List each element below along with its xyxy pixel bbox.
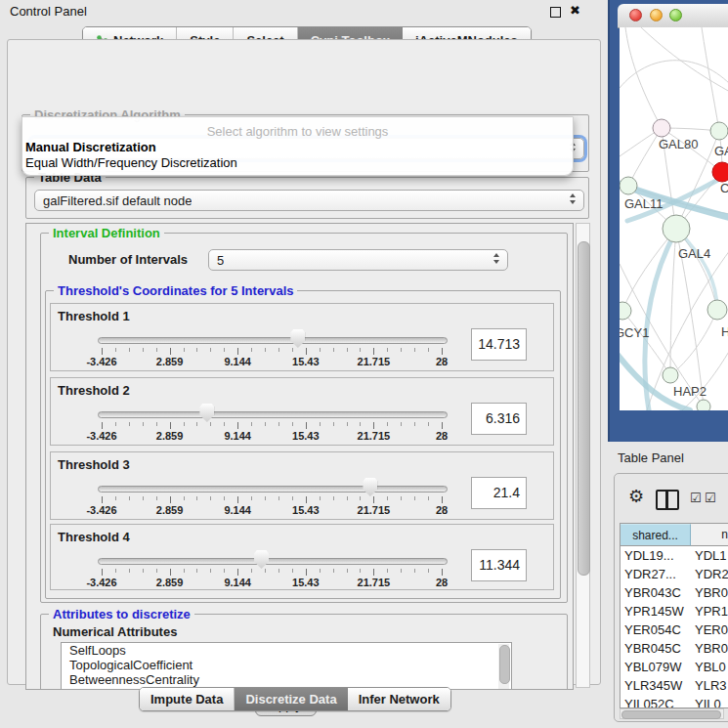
tick-mark bbox=[265, 569, 266, 573]
tick-mark bbox=[196, 569, 197, 573]
threshold-slider-track[interactable] bbox=[98, 411, 448, 418]
threshold-slider-thumb[interactable] bbox=[363, 478, 377, 496]
table-row[interactable]: YBR045CYBR0 bbox=[621, 639, 728, 658]
split-columns-icon[interactable] bbox=[656, 490, 679, 510]
network-node-hap2[interactable] bbox=[663, 367, 678, 383]
tick-label: 21.715 bbox=[342, 430, 405, 442]
network-window: GAL80GACGAL11GAL4GCY1HHAP2 bbox=[608, 0, 728, 442]
scrollbar-thumb[interactable] bbox=[621, 710, 721, 719]
table-row[interactable]: YLR345WYLR3 bbox=[621, 676, 728, 695]
scrollbar-thumb[interactable] bbox=[578, 241, 590, 576]
threshold-slider-track[interactable] bbox=[98, 558, 448, 565]
dropdown-item-manual-discretization[interactable]: Manual Discretization bbox=[25, 140, 156, 154]
table-row[interactable]: YBL079WYBL0 bbox=[621, 658, 728, 676]
column-header-shared[interactable]: shared... bbox=[621, 524, 691, 546]
tick-mark bbox=[333, 422, 334, 426]
tick-mark bbox=[184, 496, 185, 500]
network-canvas[interactable]: GAL80GACGAL11GAL4GCY1HHAP2 bbox=[620, 27, 728, 410]
tick-label: 9.144 bbox=[206, 577, 269, 588]
tab-impute-data[interactable]: Impute Data bbox=[140, 688, 235, 710]
tick-mark bbox=[360, 496, 361, 500]
network-node-c[interactable] bbox=[712, 162, 728, 182]
threshold-value-field[interactable]: 6.316 bbox=[471, 403, 527, 435]
cell-shared-name: YIL052C bbox=[624, 695, 689, 708]
dropdown-item-equal-width-frequency[interactable]: Equal Width/Frequency Discretization bbox=[25, 155, 237, 170]
table-row[interactable]: YDR27...YDR2 bbox=[621, 565, 728, 583]
table-row[interactable]: YDL19...YDL1 bbox=[621, 546, 728, 565]
column-header-name[interactable]: n bbox=[691, 524, 728, 546]
table-horizontal-scrollbar[interactable] bbox=[620, 708, 724, 719]
threshold-value-field[interactable]: 11.344 bbox=[471, 549, 527, 581]
network-node-gal11[interactable] bbox=[620, 177, 637, 194]
tab-discretize-data[interactable]: Discretize Data bbox=[235, 688, 347, 710]
number-of-intervals-combobox[interactable]: 5 bbox=[208, 249, 508, 271]
attribute-list-item[interactable]: BetweennessCentrality bbox=[62, 672, 511, 687]
cell-name: YER0 bbox=[695, 621, 728, 639]
node-label: GA bbox=[714, 144, 728, 158]
tick-mark bbox=[102, 569, 103, 576]
network-node-gal80[interactable] bbox=[653, 119, 670, 137]
network-node-gcy1[interactable] bbox=[620, 302, 631, 320]
tick-mark bbox=[265, 348, 266, 352]
tab-infer-network[interactable]: Infer Network bbox=[348, 688, 450, 710]
threshold-slider-thumb[interactable] bbox=[254, 550, 269, 569]
tick-mark bbox=[224, 496, 225, 500]
table-data-combobox[interactable]: galFiltered.sif default node bbox=[34, 190, 584, 211]
checkbox-icon[interactable]: ☑ bbox=[705, 491, 716, 505]
cell-name: YIL0 bbox=[695, 695, 728, 708]
node-label: C bbox=[720, 181, 728, 195]
tick-mark bbox=[347, 348, 348, 352]
close-icon[interactable]: ✖ bbox=[570, 3, 580, 18]
attribute-list-item[interactable]: TopologicalCoefficient bbox=[62, 658, 511, 672]
panel-scrollbar[interactable] bbox=[576, 223, 590, 688]
list-scrollbar[interactable] bbox=[498, 644, 509, 689]
tick-label: 15.43 bbox=[275, 356, 337, 367]
tick-label: 21.715 bbox=[342, 356, 405, 367]
tick-label: -3.426 bbox=[70, 577, 133, 588]
threshold-panel: Threshold 1-3.4262.8599.14415.4321.71528… bbox=[50, 303, 554, 371]
minimize-traffic-light-icon[interactable] bbox=[650, 9, 663, 21]
tick-mark bbox=[401, 496, 402, 500]
tick-label: 21.715 bbox=[342, 577, 405, 588]
threshold-slider-track[interactable] bbox=[98, 486, 448, 492]
attribute-list-item[interactable]: SelfLoops bbox=[62, 643, 511, 658]
tick-mark bbox=[387, 348, 388, 352]
tick-label: 2.859 bbox=[139, 504, 201, 516]
cell-shared-name: YER054C bbox=[624, 621, 689, 639]
numerical-attributes-list: SelfLoopsTopologicalCoefficientBetweenne… bbox=[61, 642, 512, 690]
checkbox-icon[interactable]: ☑ bbox=[690, 491, 702, 505]
network-window-titlebar[interactable] bbox=[618, 4, 728, 28]
gear-icon[interactable]: ⚙ bbox=[628, 486, 644, 507]
zoom-traffic-light-icon[interactable] bbox=[669, 9, 682, 21]
tick-mark bbox=[360, 422, 361, 426]
cell-shared-name: YPR145W bbox=[624, 602, 689, 621]
tick-mark bbox=[224, 348, 225, 352]
tick-mark bbox=[414, 348, 415, 352]
tick-mark bbox=[306, 569, 307, 576]
tick-mark bbox=[414, 569, 415, 573]
table-row[interactable]: YPR145WYPR1 bbox=[621, 602, 728, 621]
float-window-icon[interactable] bbox=[550, 7, 561, 18]
tick-mark bbox=[347, 422, 348, 426]
algorithm-dropdown: Select algorithm to view settings Manual… bbox=[21, 116, 574, 176]
table-row[interactable]: YIL052CYIL0 bbox=[621, 695, 728, 708]
tick-mark bbox=[156, 422, 157, 426]
tick-mark bbox=[210, 569, 211, 573]
tick-label: 28 bbox=[410, 577, 473, 588]
tick-mark bbox=[237, 496, 238, 503]
tick-mark bbox=[306, 496, 307, 503]
threshold-slider-track[interactable] bbox=[98, 337, 448, 344]
threshold-slider-thumb[interactable] bbox=[290, 329, 305, 348]
network-node-ga[interactable] bbox=[710, 122, 728, 140]
threshold-slider-thumb[interactable] bbox=[199, 404, 214, 422]
tick-mark bbox=[414, 496, 415, 500]
table-row[interactable]: YER054CYER0 bbox=[621, 621, 728, 639]
threshold-value-field[interactable]: 21.4 bbox=[471, 477, 527, 509]
network-node[interactable] bbox=[697, 400, 710, 410]
threshold-value-field[interactable]: 14.713 bbox=[471, 328, 527, 361]
network-node-h[interactable] bbox=[707, 300, 727, 320]
network-node-gal4[interactable] bbox=[663, 215, 690, 242]
close-traffic-light-icon[interactable] bbox=[629, 9, 642, 21]
table-row[interactable]: YBR043CYBR0 bbox=[621, 583, 728, 602]
table-data-group: Table Data galFiltered.sif default node bbox=[25, 177, 589, 219]
